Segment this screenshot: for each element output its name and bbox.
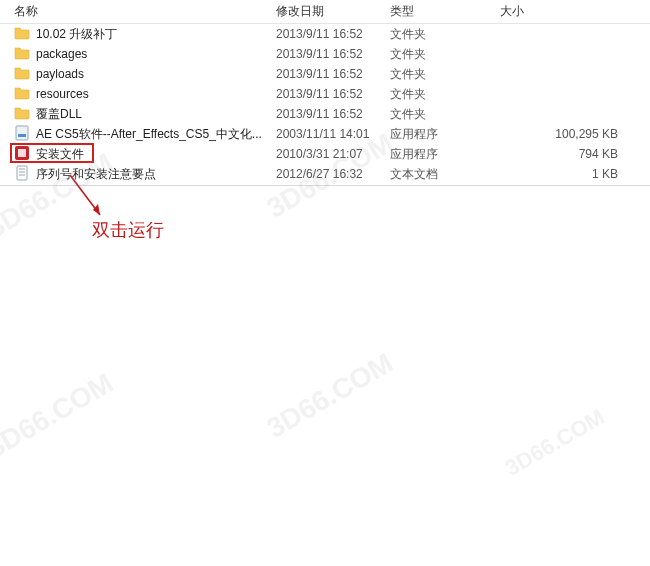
file-date-cell: 2013/9/11 16:52 bbox=[268, 87, 382, 101]
file-name-cell[interactable]: 序列号和安装注意要点 bbox=[0, 165, 268, 184]
svg-rect-4 bbox=[17, 166, 27, 180]
column-header-date[interactable]: 修改日期 bbox=[268, 0, 382, 24]
file-row[interactable]: packages2013/9/11 16:52文件夹 bbox=[0, 44, 650, 64]
column-header-size[interactable]: 大小 bbox=[492, 0, 642, 24]
folder-icon bbox=[14, 65, 30, 84]
file-row[interactable]: payloads2013/9/11 16:52文件夹 bbox=[0, 64, 650, 84]
watermark: 3D66.COM bbox=[0, 367, 119, 465]
svg-rect-0 bbox=[16, 126, 28, 140]
list-end-divider bbox=[0, 185, 650, 186]
file-row[interactable]: 安装文件2010/3/31 21:07应用程序794 KB bbox=[0, 144, 650, 164]
column-header-row: 名称 修改日期 类型 大小 bbox=[0, 0, 650, 24]
file-type-cell: 文件夹 bbox=[382, 46, 492, 63]
file-name-text: payloads bbox=[36, 67, 84, 81]
exe-generic-icon bbox=[14, 125, 30, 144]
file-date-cell: 2013/9/11 16:52 bbox=[268, 67, 382, 81]
folder-icon bbox=[14, 105, 30, 124]
folder-icon bbox=[14, 85, 30, 104]
file-name-text: 安装文件 bbox=[36, 146, 84, 163]
file-name-text: 10.02 升级补丁 bbox=[36, 26, 117, 43]
file-size-cell: 1 KB bbox=[492, 167, 642, 181]
file-row[interactable]: AE CS5软件--After_Effects_CS5_中文化...2003/1… bbox=[0, 124, 650, 144]
file-type-cell: 文件夹 bbox=[382, 26, 492, 43]
svg-marker-9 bbox=[93, 204, 100, 215]
file-name-cell[interactable]: AE CS5软件--After_Effects_CS5_中文化... bbox=[0, 125, 268, 144]
folder-icon bbox=[14, 45, 30, 64]
file-type-cell: 文本文档 bbox=[382, 166, 492, 183]
file-name-text: 覆盖DLL bbox=[36, 106, 82, 123]
file-list: 10.02 升级补丁2013/9/11 16:52文件夹packages2013… bbox=[0, 24, 650, 184]
file-name-cell[interactable]: resources bbox=[0, 85, 268, 104]
file-name-cell[interactable]: payloads bbox=[0, 65, 268, 84]
column-header-name[interactable]: 名称 bbox=[0, 0, 268, 24]
file-date-cell: 2003/11/11 14:01 bbox=[268, 127, 382, 141]
file-date-cell: 2013/9/11 16:52 bbox=[268, 27, 382, 41]
file-row[interactable]: 序列号和安装注意要点2012/6/27 16:32文本文档1 KB bbox=[0, 164, 650, 184]
file-type-cell: 文件夹 bbox=[382, 66, 492, 83]
file-name-text: AE CS5软件--After_Effects_CS5_中文化... bbox=[36, 126, 262, 143]
file-row[interactable]: 10.02 升级补丁2013/9/11 16:52文件夹 bbox=[0, 24, 650, 44]
svg-rect-3 bbox=[18, 149, 26, 157]
file-name-text: packages bbox=[36, 47, 87, 61]
file-date-cell: 2010/3/31 21:07 bbox=[268, 147, 382, 161]
file-size-cell: 794 KB bbox=[492, 147, 642, 161]
file-date-cell: 2013/9/11 16:52 bbox=[268, 107, 382, 121]
file-name-text: 序列号和安装注意要点 bbox=[36, 166, 156, 183]
file-type-cell: 应用程序 bbox=[382, 146, 492, 163]
file-type-cell: 文件夹 bbox=[382, 106, 492, 123]
file-type-cell: 应用程序 bbox=[382, 126, 492, 143]
exe-adobe-icon bbox=[14, 145, 30, 164]
watermark: 3D66.COM bbox=[261, 347, 398, 445]
file-type-cell: 文件夹 bbox=[382, 86, 492, 103]
file-date-cell: 2012/6/27 16:32 bbox=[268, 167, 382, 181]
file-size-cell: 100,295 KB bbox=[492, 127, 642, 141]
annotation-text: 双击运行 bbox=[92, 218, 164, 242]
column-header-type[interactable]: 类型 bbox=[382, 0, 492, 24]
txt-icon bbox=[14, 165, 30, 184]
folder-icon bbox=[14, 25, 30, 44]
file-name-cell[interactable]: 安装文件 bbox=[0, 145, 268, 164]
file-name-text: resources bbox=[36, 87, 89, 101]
file-name-cell[interactable]: 覆盖DLL bbox=[0, 105, 268, 124]
watermark: 3D66.COM bbox=[501, 404, 609, 482]
file-row[interactable]: resources2013/9/11 16:52文件夹 bbox=[0, 84, 650, 104]
file-name-cell[interactable]: 10.02 升级补丁 bbox=[0, 25, 268, 44]
file-date-cell: 2013/9/11 16:52 bbox=[268, 47, 382, 61]
file-row[interactable]: 覆盖DLL2013/9/11 16:52文件夹 bbox=[0, 104, 650, 124]
svg-rect-1 bbox=[18, 134, 26, 137]
file-name-cell[interactable]: packages bbox=[0, 45, 268, 64]
